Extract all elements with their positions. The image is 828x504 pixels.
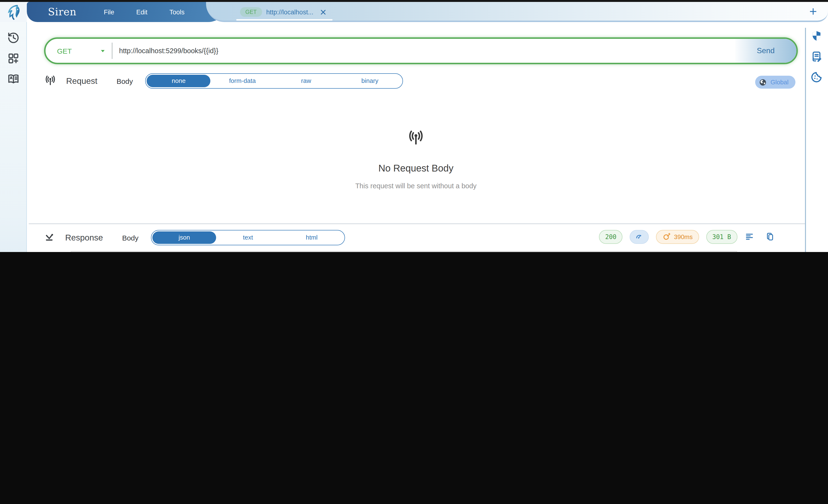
body-type-none[interactable]: none xyxy=(147,75,211,87)
method-selector[interactable]: GET xyxy=(45,47,112,55)
window-edge-strip xyxy=(0,0,828,2)
menu-item-file[interactable]: File xyxy=(104,8,114,15)
menu-item-edit[interactable]: Edit xyxy=(136,8,148,15)
empty-state-title: No Request Body xyxy=(27,163,805,174)
close-icon[interactable] xyxy=(320,8,327,15)
response-size: 301 B xyxy=(712,233,731,240)
app-title: Siren xyxy=(48,6,76,18)
siren-logo-icon xyxy=(4,3,23,21)
collections-icon[interactable] xyxy=(7,52,19,65)
body-type-raw[interactable]: raw xyxy=(274,75,338,87)
arrow-bounce-icon xyxy=(44,232,55,243)
menu-item-tools[interactable]: Tools xyxy=(169,8,184,15)
body-type-tabs: noneform-datarawbinary xyxy=(146,73,403,89)
broadcast-icon xyxy=(44,75,56,87)
view-type-json[interactable]: json xyxy=(152,232,216,244)
request-panel-title: Request xyxy=(66,76,97,86)
tab-title: http://localhost... xyxy=(266,8,314,15)
status-code: 200 xyxy=(605,233,616,240)
url-bar: GET Send xyxy=(44,37,798,64)
response-body-editor[interactable]: 1{2 "title": "Book 1",3 "author": "Autho… xyxy=(34,251,800,252)
copy-icon[interactable] xyxy=(765,232,775,242)
body-type-form-data[interactable]: form-data xyxy=(211,75,274,87)
response-panel-header: Response Body jsontexthtml xyxy=(44,229,345,246)
broadcast-icon xyxy=(407,129,425,148)
minimap[interactable]: { "title": "Book 1", "author": "Author 1… xyxy=(738,252,760,252)
code-line: 1{ xyxy=(34,251,800,252)
request-tab[interactable]: GET http://localhost... xyxy=(238,5,329,19)
left-sidebar-top-icons xyxy=(0,32,26,85)
shield-icon[interactable] xyxy=(810,30,823,42)
url-input[interactable] xyxy=(112,47,735,55)
app-logo xyxy=(0,2,27,22)
response-body-label: Body xyxy=(122,234,138,242)
wrap-lines-icon[interactable] xyxy=(744,232,754,242)
view-type-text[interactable]: text xyxy=(216,232,280,244)
send-button[interactable]: Send xyxy=(735,39,796,63)
cookie-icon[interactable] xyxy=(810,71,823,83)
globe-icon xyxy=(758,78,767,86)
method-label: GET xyxy=(57,47,72,55)
scope-badge[interactable]: Global xyxy=(755,76,795,89)
menu-items: FileEditTools xyxy=(93,8,196,15)
new-tab-button[interactable]: + xyxy=(806,4,820,19)
empty-state-subtitle: This request will be sent without a body xyxy=(27,182,805,190)
history-icon[interactable] xyxy=(7,32,19,44)
tab-method-badge: GET xyxy=(240,7,262,17)
panel-divider xyxy=(29,223,805,224)
timing-badge: 390ms xyxy=(656,230,699,244)
body-type-binary[interactable]: binary xyxy=(338,75,402,87)
empty-request-body: No Request Body This request will be sen… xyxy=(27,129,805,190)
request-panel-header: Request Body noneform-datarawbinary xyxy=(44,72,403,90)
left-sidebar xyxy=(0,22,27,252)
active-tab-indicator xyxy=(236,19,333,20)
siren-app-window: Siren FileEditTools GET http://localhost… xyxy=(0,0,828,252)
code-lines: 1{2 "title": "Book 1",3 "author": "Autho… xyxy=(34,251,800,252)
status-badge: 200 xyxy=(599,230,623,244)
view-type-tabs: jsontexthtml xyxy=(151,230,345,245)
response-time: 390ms xyxy=(674,233,693,240)
menu-bar: Siren FileEditTools xyxy=(27,2,228,22)
right-sidebar xyxy=(805,22,828,252)
scope-badge-label: Global xyxy=(771,79,788,86)
caret-down-icon xyxy=(100,48,106,54)
network-badge xyxy=(630,230,649,244)
dictionary-icon[interactable] xyxy=(7,73,19,85)
response-panel-title: Response xyxy=(65,233,103,243)
stopwatch-icon xyxy=(662,233,671,241)
tab-strip: GET http://localhost... + xyxy=(206,2,828,22)
document-edit-icon[interactable] xyxy=(810,50,823,63)
response-meta: 200 390ms 301 B xyxy=(599,229,775,244)
view-type-html[interactable]: html xyxy=(280,232,343,244)
right-sidebar-icons xyxy=(805,30,828,83)
network-speed-icon xyxy=(635,233,644,241)
request-body-label: Body xyxy=(116,77,133,85)
size-badge: 301 B xyxy=(706,230,737,244)
